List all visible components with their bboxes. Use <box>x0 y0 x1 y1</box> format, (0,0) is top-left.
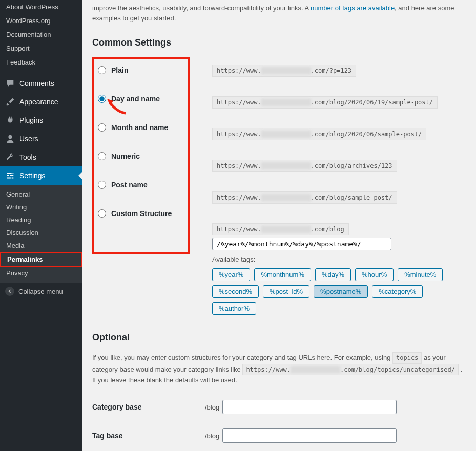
tag-base-input[interactable] <box>222 428 397 443</box>
sidebar-sub-writing[interactable]: Writing <box>0 201 82 213</box>
label-month-and-name[interactable]: Month and name <box>111 123 168 132</box>
label-custom-structure[interactable]: Custom Structure <box>111 209 172 218</box>
example-custom: https://www.xxxx.com/blog <box>212 223 349 235</box>
radio-numeric[interactable] <box>98 152 106 160</box>
tag-base-prefix: /blog <box>205 432 219 440</box>
comments-icon <box>5 78 15 89</box>
sidebar-sub-general[interactable]: General <box>0 188 82 201</box>
custom-structure-input[interactable] <box>212 238 391 250</box>
intro-link[interactable]: number of tags are available <box>311 4 395 12</box>
tags-container: %year%%monthnum%%day%%hour%%minute%%seco… <box>212 268 466 315</box>
tag-category[interactable]: %category% <box>372 285 423 298</box>
label-plain[interactable]: Plain <box>111 66 128 74</box>
sidebar-item-feedback[interactable]: Feedback <box>0 55 82 69</box>
collapse-menu[interactable]: Collapse menu <box>0 283 82 300</box>
sidebar-item-wporg[interactable]: WordPress.org <box>0 14 82 28</box>
heading-optional: Optional <box>92 332 466 343</box>
category-base-prefix: /blog <box>205 403 219 411</box>
optional-description: If you like, you may enter custom struct… <box>92 352 466 385</box>
collapse-icon <box>5 287 14 296</box>
label-numeric[interactable]: Numeric <box>111 152 140 160</box>
active-arrow-icon <box>78 171 82 180</box>
heading-common-settings: Common Settings <box>92 37 466 48</box>
sidebar-item-settings[interactable]: Settings <box>0 166 82 185</box>
tag-year[interactable]: %year% <box>212 268 250 281</box>
example-plain: https://www.xxxx.com/?p=123 <box>212 65 356 77</box>
sidebar-item-docs[interactable]: Documentation <box>0 28 82 41</box>
sidebar-sub-reading[interactable]: Reading <box>0 213 82 226</box>
tag-base-label: Tag base <box>92 432 205 440</box>
radio-plain[interactable] <box>98 66 106 74</box>
sidebar-item-support[interactable]: Support <box>0 41 82 55</box>
plug-icon <box>5 115 15 125</box>
sidebar-sub-media[interactable]: Media <box>0 239 82 252</box>
sidebar-sub-permalinks[interactable]: Permalinks <box>0 252 82 267</box>
tag-day[interactable]: %day% <box>315 268 351 281</box>
tag-post_id[interactable]: %post_id% <box>263 285 309 298</box>
tag-postname[interactable]: %postname% <box>314 285 368 298</box>
tag-hour[interactable]: %hour% <box>355 268 394 281</box>
wrench-icon <box>5 152 15 162</box>
brush-icon <box>5 97 15 107</box>
example-post-name: https://www.xxxx.com/blog/sample-post/ <box>212 191 397 204</box>
radio-post-name[interactable] <box>98 181 106 189</box>
sidebar-item-users[interactable]: Users <box>0 130 82 148</box>
sliders-icon <box>5 170 15 181</box>
sidebar-sub-discussion[interactable]: Discussion <box>0 226 82 239</box>
tag-author[interactable]: %author% <box>212 302 256 315</box>
annotation-arrow-icon <box>106 98 128 115</box>
radio-day-and-name[interactable] <box>98 95 106 103</box>
sidebar-sub-privacy[interactable]: Privacy <box>0 267 82 280</box>
sidebar-item-about[interactable]: About WordPress <box>0 0 82 14</box>
example-month-and-name: https://www.xxxx.com/blog/2020/06/sample… <box>212 128 426 140</box>
intro-text: improve the aesthetics, usability, and f… <box>92 3 466 23</box>
tag-second[interactable]: %second% <box>212 285 259 298</box>
category-base-input[interactable] <box>222 400 397 414</box>
tag-minute[interactable]: %minute% <box>398 268 443 281</box>
sidebar-item-plugins[interactable]: Plugins <box>0 111 82 130</box>
radio-month-and-name[interactable] <box>98 123 106 132</box>
radio-custom-structure[interactable] <box>98 209 106 218</box>
example-day-and-name: https://www.xxxx.com/blog/2020/06/19/sam… <box>212 96 438 109</box>
permalink-options-box: Plain Day and name Month and name Numeri… <box>92 57 190 254</box>
user-icon <box>5 134 15 144</box>
sidebar-item-appearance[interactable]: Appearance <box>0 93 82 111</box>
sidebar-item-tools[interactable]: Tools <box>0 148 82 166</box>
sidebar-item-comments[interactable]: Comments <box>0 74 82 93</box>
available-tags-label: Available tags: <box>212 255 466 263</box>
category-base-label: Category base <box>92 403 205 411</box>
tag-monthnum[interactable]: %monthnum% <box>254 268 311 281</box>
label-post-name[interactable]: Post name <box>111 181 148 189</box>
example-numeric: https://www.xxxx.com/blog/archives/123 <box>212 160 397 172</box>
